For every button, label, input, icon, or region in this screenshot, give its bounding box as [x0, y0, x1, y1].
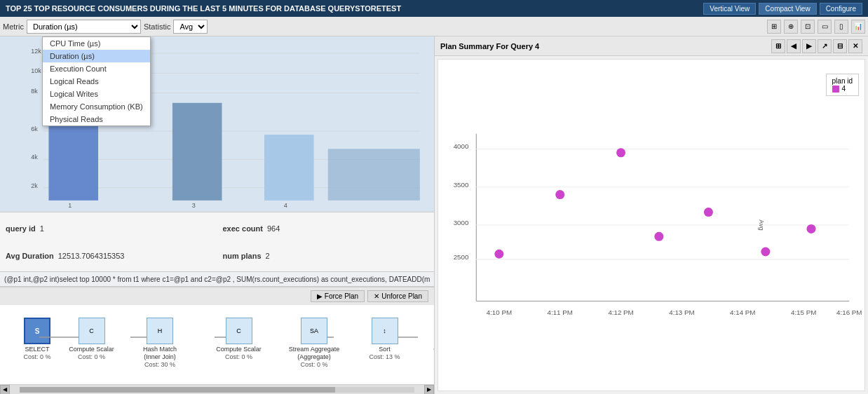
dropdown-item-duration[interactable]: Duration (µs) [43, 50, 150, 62]
svg-text:2k: 2k [31, 182, 38, 189]
avg-duration-value: 12513.7064315353 [58, 252, 125, 260]
scatter-point-1[interactable] [494, 250, 503, 259]
svg-text:4: 4 [284, 202, 287, 209]
bar-chart-area: avg duration 12k 10k 8k 6k 4k 2k [0, 36, 434, 212]
title-buttons: Vertical View Compact View Configure [703, 3, 862, 15]
svg-text:2500: 2500 [454, 253, 469, 261]
view-btn1[interactable]: ▭ [818, 20, 832, 34]
scatter-point-6[interactable] [761, 247, 770, 256]
chart-icon-3[interactable]: ▶ [802, 39, 816, 53]
svg-text:4:11 PM: 4:11 PM [548, 308, 573, 316]
bar-other[interactable] [328, 149, 420, 201]
legend-box: plan id 4 [826, 74, 859, 96]
y-axis-label: avg duration [0, 36, 1, 212]
scatter-point-5[interactable] [704, 208, 713, 217]
scatter-point-3[interactable] [616, 148, 625, 157]
avg-duration-label: Avg Duration [6, 252, 54, 260]
svg-text:3: 3 [192, 202, 196, 209]
chart-icon-5[interactable]: ⊟ [833, 39, 847, 53]
zoom-in-btn[interactable]: ⊕ [784, 20, 798, 34]
chart-title-icons: ⊞ ◀ ▶ ↗ ⊟ ✕ [771, 39, 862, 53]
zoom-fit-btn[interactable]: ⊞ [767, 20, 781, 34]
unforce-plan-icon: ✕ [374, 292, 379, 300]
scatter-svg: 4000 3500 3000 2500 4:10 PM 4:11 PM 4:12… [438, 60, 864, 390]
bar-3[interactable] [172, 103, 222, 201]
title-bar: TOP 25 TOP RESOURCE CONSUMERS DURING THE… [0, 0, 868, 17]
query-id-value: 1 [40, 224, 44, 233]
svg-text:4000: 4000 [454, 142, 469, 150]
svg-text:6k: 6k [31, 125, 38, 133]
query-id-row: query id 1 [6, 215, 212, 241]
plan-node-cs3[interactable]: C Compute Scalar Cost: 0 % [426, 318, 434, 360]
plan-diagram[interactable]: S SELECT Cost: 0 % [0, 305, 434, 384]
svg-text:4:10 PM: 4:10 PM [487, 308, 512, 316]
svg-text:8k: 8k [31, 88, 38, 95]
chart-title-bar: Plan Summary For Query 4 ⊞ ◀ ▶ ↗ ⊟ ✕ [435, 36, 868, 56]
bar-4[interactable] [264, 135, 314, 201]
scatter-point-7[interactable] [806, 224, 815, 233]
legend-value-row: 4 [832, 85, 853, 93]
sql-text-bar: (@p1 int,@p2 int)select top 10000 * from… [0, 271, 434, 287]
statistic-select[interactable]: Avg [173, 20, 208, 34]
scroll-left-btn[interactable]: ◀ [0, 385, 10, 395]
svg-text:4:12 PM: 4:12 PM [608, 308, 633, 316]
plan-node-cs2[interactable]: C Compute Scalar Cost: 0 % [209, 318, 269, 360]
svg-text:1: 1 [68, 202, 72, 209]
main-area: avg duration 12k 10k 8k 6k 4k 2k [0, 36, 868, 394]
scatter-chart-container: 4000 3500 3000 2500 4:10 PM 4:11 PM 4:12… [438, 59, 865, 391]
scroll-right-btn[interactable]: ▶ [424, 385, 434, 395]
scroll-track[interactable] [20, 387, 414, 393]
dropdown-item-memory[interactable]: Memory Consumption (KB) [43, 100, 150, 113]
dropdown-item-execution[interactable]: Execution Count [43, 62, 150, 75]
plan-node-cs1[interactable]: C Compute Scalar Cost: 0 % [62, 318, 121, 360]
metric-dropdown: CPU Time (µs) Duration (µs) Execution Co… [42, 36, 151, 126]
force-plan-btn[interactable]: ▶ Force Plan [311, 290, 365, 302]
chart-btn[interactable]: 📊 [851, 20, 865, 34]
num-plans-row: num plans 2 [223, 243, 429, 269]
plan-node-sort1[interactable]: ↕ Sort Cost: 13 % [358, 318, 411, 360]
scatter-point-4[interactable] [654, 232, 663, 241]
num-plans-value: 2 [266, 252, 270, 260]
svg-text:4:13 PM: 4:13 PM [669, 308, 694, 316]
unforce-plan-btn[interactable]: ✕ Unforce Plan [367, 290, 428, 302]
view-btn2[interactable]: ▯ [834, 20, 848, 34]
vertical-view-btn[interactable]: Vertical View [703, 3, 756, 15]
dropdown-item-cpu[interactable]: CPU Time (µs) [43, 37, 150, 50]
plan-toolbar: ▶ Force Plan ✕ Unforce Plan [0, 287, 434, 305]
exec-count-value: 964 [267, 224, 280, 233]
plan-node-select[interactable]: S SELECT Cost: 0 % [13, 318, 62, 360]
chart-icon-1[interactable]: ⊞ [771, 39, 785, 53]
chart-icon-4[interactable]: ↗ [818, 39, 832, 53]
left-panel: avg duration 12k 10k 8k 6k 4k 2k [0, 36, 435, 394]
main-toolbar: Metric CPU Time (µs)Duration (µs)Executi… [0, 17, 868, 36]
exec-count-row: exec count 964 [223, 215, 429, 241]
legend-label: plan id [832, 77, 853, 85]
dropdown-item-logical-writes[interactable]: Logical Writes [43, 88, 150, 100]
sql-text: (@p1 int,@p2 int)select top 10000 * from… [4, 276, 430, 283]
app-title: TOP 25 TOP RESOURCE CONSUMERS DURING THE… [6, 4, 401, 13]
info-panel: query id 1 exec count 964 Avg Duration 1… [0, 212, 434, 271]
dropdown-item-logical-reads[interactable]: Logical Reads [43, 75, 150, 88]
plan-node-sa1[interactable]: SA Stream Aggregate(Aggregate) Cost: 0 % [283, 318, 346, 368]
legend-item: plan id [832, 77, 853, 85]
svg-text:3500: 3500 [454, 181, 469, 189]
statistic-label: Statistic [144, 22, 171, 31]
num-plans-label: num plans [223, 252, 262, 260]
plan-title: Plan Summary For Query 4 [440, 42, 539, 50]
metric-select[interactable]: CPU Time (µs)Duration (µs)Execution Coun… [27, 20, 141, 34]
dropdown-item-physical-reads[interactable]: Physical Reads [43, 113, 150, 125]
metric-label: Metric [3, 22, 24, 31]
chart-icon-2[interactable]: ◀ [787, 39, 801, 53]
compact-view-btn[interactable]: Compact View [759, 3, 816, 15]
plan-nodes-container: S SELECT Cost: 0 % [6, 311, 434, 384]
horizontal-scrollbar[interactable]: ◀ ▶ [0, 384, 434, 394]
zoom-out-btn[interactable]: ⊡ [801, 20, 815, 34]
chart-icon-6[interactable]: ✕ [848, 39, 862, 53]
force-plan-icon: ▶ [317, 292, 323, 300]
plan-node-hm1[interactable]: H Hash Match(Inner Join) Cost: 30 % [128, 318, 191, 368]
scroll-thumb[interactable] [20, 387, 335, 393]
scatter-point-2[interactable] [555, 190, 564, 199]
svg-text:4:15 PM: 4:15 PM [791, 308, 816, 316]
svg-text:12k: 12k [31, 48, 41, 55]
configure-btn[interactable]: Configure [820, 3, 862, 15]
